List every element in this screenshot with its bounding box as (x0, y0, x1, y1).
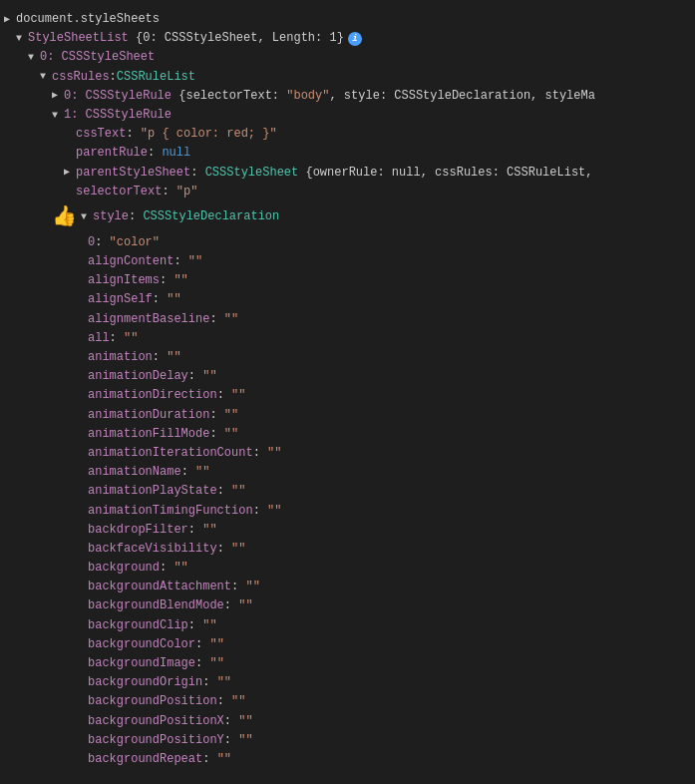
punctuation-space (129, 29, 136, 48)
csstext-val: "p { color: red; }" (141, 125, 277, 144)
prop-alignitems-key: alignItems (88, 271, 160, 290)
prop-alignmentbaseline-key: alignmentBaseline (88, 310, 209, 329)
cssrule0-comma: , style: CSSStyleDeclaration, styleMa (329, 87, 594, 106)
prop-animationduration-key: animationDuration (88, 406, 209, 425)
cssstylesheet-triangle[interactable] (28, 50, 40, 66)
prop-backfacevisibility-val: "" (231, 540, 245, 559)
prop-animationdirection-row: animationDirection : "" (0, 386, 695, 405)
prop-backgroundposition-val: "" (231, 692, 245, 711)
parentrule-key: parentRule (76, 144, 148, 163)
prop-animationfillmode-key: animationFillMode (88, 425, 209, 444)
root-label: document.styleSheets (16, 10, 160, 29)
cssrules-row[interactable]: cssRules : CSSRuleList (0, 68, 695, 87)
prop-backgroundposition-key: backgroundPosition (88, 692, 217, 711)
prop-animation-row: animation : "" (0, 348, 695, 367)
prop-backdropfilter-key: backdropFilter (88, 521, 188, 540)
prop-animation-key: animation (88, 348, 153, 367)
prop-background-val: "" (174, 559, 187, 578)
prop-backgroundattachment-row: backgroundAttachment : "" (0, 578, 695, 596)
prop-animationplaystate-key: animationPlayState (88, 482, 217, 501)
prop-backgroundblendmode-key: backgroundBlendMode (88, 596, 224, 615)
prop-backgroundblendmode-val: "" (238, 596, 252, 615)
parentstylesheet-type: CSSStyleSheet (205, 164, 299, 183)
prop-animationplaystate-val: "" (231, 482, 245, 501)
prop-backgroundpositionx-row: backgroundPositionX : "" (0, 712, 695, 731)
prop-animationdirection-val: "" (231, 386, 245, 405)
devtools-tree: document.styleSheets StyleSheetList {0: … (0, 8, 695, 771)
prop-aligncontent-key: alignContent (88, 252, 174, 271)
cssrule0-selector: "body" (286, 87, 329, 106)
cssstylesheet-row[interactable]: 0: CSSStyleSheet (0, 48, 695, 67)
selectortext-colon: : (162, 183, 175, 201)
prop-animationfillmode-row: animationFillMode : "" (0, 425, 695, 444)
prop-animationname-row: animationName : "" (0, 463, 695, 482)
prop-alignmentbaseline-row: alignmentBaseline : "" (0, 310, 695, 329)
prop-backgroundclip-key: backgroundClip (88, 616, 188, 635)
parentstylesheet-triangle[interactable] (64, 165, 76, 181)
prop-animationfillmode-val: "" (224, 425, 238, 444)
prop-0-val: "color" (110, 233, 160, 252)
prop-0-key: 0 (88, 233, 95, 252)
parentstylesheet-key: parentStyleSheet (76, 164, 190, 183)
prop-backgroundposition-row: backgroundPosition : "" (0, 692, 695, 711)
prop-backgroundorigin-val: "" (217, 673, 231, 692)
cssrule0-triangle[interactable] (52, 88, 64, 104)
stylesheetlist-row[interactable]: StyleSheetList {0: CSSStyleSheet, Length… (0, 29, 695, 48)
cssrulelist-type: CSSRuleList (117, 68, 195, 87)
prop-animationname-val: "" (195, 463, 209, 482)
prop-animationdirection-key: animationDirection (88, 386, 217, 405)
prop-aligncontent-row: alignContent : "" (0, 252, 695, 271)
prop-animationplaystate-row: animationPlayState : "" (0, 482, 695, 501)
parentrule-row: parentRule : null (0, 144, 695, 163)
cssrule1-row[interactable]: 1: CSSStyleRule (0, 106, 695, 125)
prop-backgroundcolor-key: backgroundColor (88, 635, 195, 654)
cssstylesheet-label: 0: CSSStyleSheet (40, 48, 155, 67)
parentstylesheet-row[interactable]: parentStyleSheet : CSSStyleSheet {ownerR… (0, 164, 695, 183)
cssrule1-triangle[interactable] (52, 108, 64, 124)
prop-backgroundblendmode-row: backgroundBlendMode : "" (0, 596, 695, 615)
prop-alignself-row: alignSelf : "" (0, 290, 695, 309)
prop-animation-val: "" (167, 348, 180, 367)
prop-backdropfilter-val: "" (202, 521, 216, 540)
csstext-row: cssText : "p { color: red; }" (0, 125, 695, 144)
prop-alignitems-val: "" (174, 271, 187, 290)
prop-backgroundclip-row: backgroundClip : "" (0, 616, 695, 635)
cssrules-triangle[interactable] (40, 69, 52, 85)
prop-animationduration-val: "" (224, 406, 238, 425)
prop-animationduration-row: animationDuration : "" (0, 406, 695, 425)
prop-backgroundimage-val: "" (209, 654, 223, 673)
prop-backgroundpositionx-val: "" (238, 712, 252, 731)
selectortext-val: "p" (176, 183, 198, 201)
prop-backgroundpositiony-val: "" (238, 731, 252, 750)
style-key: style (93, 207, 129, 226)
prop-backgroundcolor-row: backgroundColor : "" (0, 635, 695, 654)
prop-backfacevisibility-key: backfaceVisibility (88, 540, 217, 559)
prop-backgroundcolor-val: "" (209, 635, 223, 654)
prop-backgroundorigin-key: backgroundOrigin (88, 673, 202, 692)
cssrule0-label: 0: CSSStyleRule (64, 87, 172, 106)
style-triangle[interactable] (81, 209, 93, 225)
cssrule1-label: 1: CSSStyleRule (64, 106, 172, 125)
root-triangle[interactable] (4, 12, 16, 28)
prop-animationiterationcount-key: animationIterationCount (88, 444, 253, 463)
parentstylesheet-colon: : (190, 164, 204, 183)
prop-alignself-val: "" (167, 290, 180, 309)
prop-backgroundattachment-key: backgroundAttachment (88, 578, 231, 596)
style-type: CSSStyleDeclaration (143, 207, 279, 226)
prop-background-key: background (88, 559, 160, 578)
prop-alignself-key: alignSelf (88, 290, 153, 309)
info-icon[interactable]: i (348, 32, 362, 46)
prop-backgroundpositiony-key: backgroundPositionY (88, 731, 224, 750)
stylesheetlist-triangle[interactable] (16, 31, 28, 47)
root-row[interactable]: document.styleSheets (0, 10, 695, 29)
cssrule0-brace-open: {selectorText: (172, 87, 286, 106)
parentstylesheet-meta: {ownerRule: null, cssRules: CSSRuleList, (298, 164, 592, 183)
csstext-key: cssText (76, 125, 126, 144)
prop-animationdelay-key: animationDelay (88, 367, 188, 386)
selectortext-row: selectorText : "p" (0, 183, 695, 201)
prop-aligncontent-val: "" (188, 252, 202, 271)
prop-backfacevisibility-row: backfaceVisibility : "" (0, 540, 695, 559)
style-row[interactable]: 👍 style : CSSStyleDeclaration (0, 201, 695, 233)
style-colon: : (129, 207, 143, 226)
cssrule0-row[interactable]: 0: CSSStyleRule {selectorText: "body" , … (0, 87, 695, 106)
